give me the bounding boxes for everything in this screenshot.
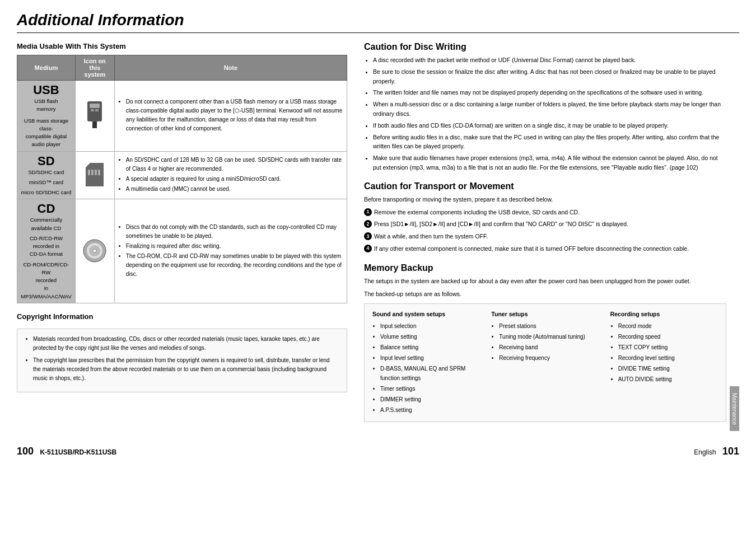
memory-backup-section: Memory Backup The setups in the system a… xyxy=(364,263,726,422)
svg-rect-6 xyxy=(88,170,90,175)
backup-rec-item3: TEXT COPY setting xyxy=(618,343,718,352)
cd-icon xyxy=(83,239,106,263)
backup-sound-item5: D-BASS, MANUAL EQ and SPRM function sett… xyxy=(380,364,480,383)
cd-item1: Commercially available CD xyxy=(21,216,72,232)
col-icon: Icon on this system xyxy=(75,55,114,81)
svg-point-13 xyxy=(93,249,96,252)
page-title: Additional Information xyxy=(17,11,739,33)
caution-disc-item5: If both audio files and CD files (CD-DA … xyxy=(373,121,726,130)
memory-backup-box: Sound and system setups Input selection … xyxy=(364,303,726,423)
cd-label: CD xyxy=(21,202,72,216)
backup-col-sound: Sound and system setups Input selection … xyxy=(372,310,480,416)
backup-col-tuner: Tuner setups Preset stations Tuning mode… xyxy=(491,310,599,416)
backup-col-tuner-title: Tuner setups xyxy=(491,310,599,320)
memory-backup-title: Memory Backup xyxy=(364,263,726,273)
svg-rect-2 xyxy=(92,121,97,128)
step3-num: 3 xyxy=(364,232,372,240)
svg-rect-4 xyxy=(95,109,99,111)
backup-sound-item3: Balance setting xyxy=(380,343,480,352)
cd-note-list: Discs that do not comply with the CD sta… xyxy=(118,223,343,279)
caution-disc-item3: The written folder and file names may no… xyxy=(373,88,726,97)
backup-col-sound-title: Sound and system setups xyxy=(372,310,480,320)
table-row: USB USB flash memory USB mass storage cl… xyxy=(17,81,347,152)
footer: 100 K-511USB/RD-K511USB English 101 xyxy=(17,442,739,457)
sd-note-item3: A multimedia card (MMC) cannot be used. xyxy=(126,185,343,194)
backup-tuner-item1: Preset stations xyxy=(499,321,599,331)
backup-rec-item5: DIVIDE TIME setting xyxy=(618,364,718,373)
caution-disc-item6: Before writing audio files in a disc, ma… xyxy=(373,133,726,152)
caution-disc-list: A disc recorded with the packet write me… xyxy=(364,55,726,172)
transport-steps: 1 Remove the external components includi… xyxy=(364,208,726,254)
media-section-title: Media Usable With This System xyxy=(17,42,347,50)
backup-sound-item4: Input level setting xyxy=(380,353,480,363)
svg-rect-9 xyxy=(98,170,100,175)
sd-icon xyxy=(86,163,104,186)
svg-rect-7 xyxy=(91,170,94,175)
transport-step2: Press [SD1►/II], [SD2►/II] and [CD►/II] … xyxy=(374,219,628,229)
step1-num: 1 xyxy=(364,208,372,216)
maintenance-tab: Maintenance xyxy=(730,386,739,431)
memory-backup-intro: The setups in the system are backed up f… xyxy=(364,277,726,286)
backup-sound-item8: A.P.S.setting xyxy=(380,405,480,415)
cd-note-item1: Discs that do not comply with the CD sta… xyxy=(126,223,343,241)
caution-disc-item2: Be sure to close the session or finalize… xyxy=(373,67,726,86)
step2-num: 2 xyxy=(364,220,372,228)
copyright-item2: The copyright law prescribes that the pe… xyxy=(33,356,339,383)
usb-item1: USB flash xyxy=(21,97,72,105)
col-note: Note xyxy=(114,55,347,81)
cd-item3c: in MP3/WMA/AAC/WAV xyxy=(21,284,72,301)
svg-rect-3 xyxy=(91,109,94,111)
backup-rec-item2: Recording speed xyxy=(618,332,718,341)
usb-item2: USB mass storage class- xyxy=(21,117,72,133)
caution-transport-intro: Before transporting or moving the system… xyxy=(364,195,726,204)
caution-disc-item1: A disc recorded with the packet write me… xyxy=(373,55,726,65)
footer-page-right: 101 xyxy=(722,446,739,457)
cd-item3b: recorded xyxy=(21,277,72,284)
cd-note-item2: Finalizing is required after disc writin… xyxy=(126,242,343,251)
table-row: CD Commercially available CD CD-R/CD-RW … xyxy=(17,199,347,303)
backup-sound-item6: Timer settings xyxy=(380,384,480,394)
caution-transport-title: Caution for Transport or Movement xyxy=(364,181,726,191)
step4-num: 4 xyxy=(364,245,372,252)
table-row: SD SD/SDHC card miniSD™ card micro SD/SD… xyxy=(17,151,347,199)
footer-lang: English xyxy=(694,448,716,456)
usb-item2b: compatible digital xyxy=(21,133,72,140)
backup-sound-item7: DIMMER setting xyxy=(380,395,480,404)
copyright-item1: Materials recorded from broadcasting, CD… xyxy=(33,335,339,353)
sd-label: SD xyxy=(21,154,72,168)
sd-note-item1: An SD/SDHC card of 128 MB to 32 GB can b… xyxy=(126,156,343,174)
backup-sound-item2: Volume setting xyxy=(380,332,480,341)
footer-page-left: 100 xyxy=(17,446,34,457)
backup-sound-item1: Input selection xyxy=(380,321,480,331)
usb-item2c: audio player xyxy=(21,140,72,148)
copyright-box: Materials recorded from broadcasting, CD… xyxy=(17,329,347,392)
caution-disc-section: Caution for Disc Writing A disc recorded… xyxy=(364,42,726,172)
transport-step1: Remove the external components including… xyxy=(374,208,580,218)
cd-item2b: recorded in xyxy=(21,242,72,250)
cd-item2c: CD-DA format xyxy=(21,250,72,258)
cd-item3: CD-ROM/CDR/CD-RW xyxy=(21,261,72,277)
usb-label: USB xyxy=(21,83,72,97)
sd-item2: miniSD™ card xyxy=(21,179,72,186)
copyright-title: Copyright Information xyxy=(17,312,347,321)
backup-rec-item1: Record mode xyxy=(618,321,718,331)
backup-tuner-item4: Receiving frequency xyxy=(499,353,599,363)
caution-transport-section: Caution for Transport or Movement Before… xyxy=(364,181,726,254)
sd-note-item2: A special adapter is required for using … xyxy=(126,175,343,184)
sd-note-list: An SD/SDHC card of 128 MB to 32 GB can b… xyxy=(118,156,343,194)
caution-disc-item4: When a multi-session disc or a disc cont… xyxy=(373,100,726,119)
cd-item2: CD-R/CD-RW xyxy=(21,235,72,242)
col-medium: Medium xyxy=(17,55,76,81)
caution-disc-title: Caution for Disc Writing xyxy=(364,42,726,52)
usb-note-item1: Do not connect a component other than a … xyxy=(126,97,343,133)
caution-disc-item7: Make sure that audio filenames have prop… xyxy=(373,153,726,172)
footer-model: K-511USB/RD-K511USB xyxy=(40,448,116,456)
svg-rect-1 xyxy=(90,104,100,108)
sd-item3: micro SD/SDHC card xyxy=(21,189,72,196)
usb-note-list: Do not connect a component other than a … xyxy=(118,97,343,133)
cd-note-item3: The CD-ROM, CD-R and CD-RW may sometimes… xyxy=(126,252,343,279)
backup-tuner-item3: Receiving band xyxy=(499,343,599,352)
backup-col-recording-title: Recording setups xyxy=(610,310,718,320)
backup-tuner-item2: Tuning mode (Auto/manual tuning) xyxy=(499,332,599,341)
memory-backup-intro2: The backed-up setups are as follows. xyxy=(364,289,726,299)
